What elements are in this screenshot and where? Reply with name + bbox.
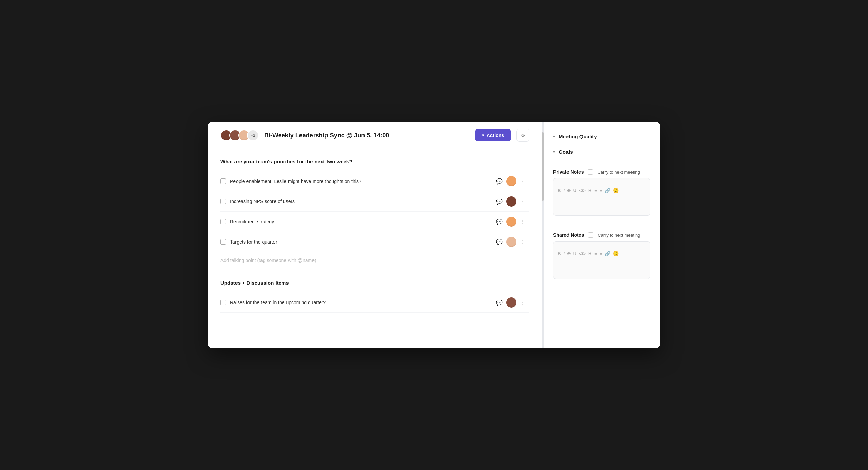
toolbar-link-1[interactable]: 🔗: [605, 188, 610, 193]
section-updates: Updates + Discussion Items Raises for th…: [220, 280, 529, 313]
agenda-item-1: People enablement. Leslie might have mor…: [220, 171, 529, 191]
item-text-2: Increasing NPS score of users: [230, 199, 492, 204]
toolbar-bold-2[interactable]: B: [558, 251, 561, 256]
comment-icon-1[interactable]: 💬: [496, 178, 503, 185]
goals-header[interactable]: ▾ Goals: [553, 146, 650, 158]
toolbar-strike-1[interactable]: S: [567, 188, 571, 193]
item-text-4: Targets for the quarter!: [230, 239, 492, 245]
section-priorities: What are your team's priorities for the …: [220, 159, 529, 269]
toolbar-emoji-2[interactable]: 🙂: [613, 251, 619, 256]
goals-chevron: ▾: [553, 150, 555, 154]
toolbar-list-2[interactable]: ≡: [594, 251, 597, 256]
main-content: +2 Bi-Weekly Leadership Sync @ Jun 5, 14…: [208, 122, 542, 348]
comment-icon-4[interactable]: 💬: [496, 239, 503, 245]
actions-button[interactable]: ▾ Actions: [475, 129, 511, 141]
gear-icon: ⚙: [521, 132, 525, 139]
section-1-title: What are your team's priorities for the …: [220, 159, 529, 164]
checkbox-5[interactable]: [220, 300, 226, 305]
item-actions-5: 💬 ⋮⋮: [496, 297, 529, 308]
agenda-item-4: Targets for the quarter! 💬 ⋮⋮: [220, 232, 529, 252]
toolbar-strike-2[interactable]: S: [567, 251, 571, 256]
toolbar-ordered-2[interactable]: ≡: [600, 251, 602, 256]
comment-icon-2[interactable]: 💬: [496, 198, 503, 205]
toolbar-italic-2[interactable]: I: [563, 251, 565, 256]
item-actions-4: 💬 ⋮⋮: [496, 237, 529, 247]
private-notes-section: Private Notes Carry to next meeting B I …: [553, 169, 650, 224]
toolbar-underline-1[interactable]: U: [573, 188, 576, 193]
item-actions-3: 💬 ⋮⋮: [496, 217, 529, 227]
drag-handle-5[interactable]: ⋮⋮: [520, 300, 529, 305]
agenda-item-2: Increasing NPS score of users 💬 ⋮⋮: [220, 191, 529, 212]
shared-notes-editor[interactable]: B I S U </> H ≡ ≡ 🔗 🙂: [553, 241, 650, 279]
item-text-5: Raises for the team in the upcoming quar…: [230, 300, 492, 305]
checkbox-1[interactable]: [220, 178, 226, 184]
toolbar-heading-2[interactable]: H: [588, 251, 591, 256]
shared-notes-toolbar: B I S U </> H ≡ ≡ 🔗 🙂: [558, 248, 646, 256]
item-text-3: Recruitment strategy: [230, 219, 492, 224]
shared-notes-label-row: Shared Notes Carry to next meeting: [553, 232, 650, 238]
private-notes-carry-label: Carry to next meeting: [597, 170, 640, 175]
drag-handle-1[interactable]: ⋮⋮: [520, 178, 529, 184]
item-avatar-5: [506, 297, 516, 308]
item-actions-1: 💬 ⋮⋮: [496, 176, 529, 186]
meeting-title: Bi-Weekly Leadership Sync @ Jun 5, 14:00: [264, 132, 470, 139]
toolbar-underline-2[interactable]: U: [573, 251, 576, 256]
drag-handle-2[interactable]: ⋮⋮: [520, 199, 529, 204]
scrollbar-divider: [542, 122, 544, 348]
meeting-quality-header[interactable]: ▾ Meeting Quality: [553, 130, 650, 143]
shared-notes-carry-checkbox[interactable]: [588, 232, 593, 238]
shared-notes-carry-label: Carry to next meeting: [598, 233, 640, 238]
item-avatar-4: [506, 237, 516, 247]
toolbar-list-1[interactable]: ≡: [594, 188, 597, 193]
checkbox-3[interactable]: [220, 219, 226, 224]
toolbar-heading-1[interactable]: H: [588, 188, 591, 193]
item-actions-2: 💬 ⋮⋮: [496, 196, 529, 207]
private-notes-carry-checkbox[interactable]: [588, 169, 593, 175]
toolbar-italic-1[interactable]: I: [563, 188, 565, 193]
actions-label: Actions: [487, 133, 504, 138]
chevron-down-icon: ▾: [482, 133, 484, 138]
private-notes-label: Private Notes: [553, 169, 584, 175]
header: +2 Bi-Weekly Leadership Sync @ Jun 5, 14…: [208, 122, 542, 149]
toolbar-code-2[interactable]: </>: [579, 251, 586, 256]
drag-handle-3[interactable]: ⋮⋮: [520, 219, 529, 224]
content-scroll: What are your team's priorities for the …: [208, 149, 542, 348]
avatars-group: +2: [220, 129, 259, 141]
item-avatar-3: [506, 217, 516, 227]
shared-notes-section: Shared Notes Carry to next meeting B I S…: [553, 232, 650, 287]
agenda-item-3: Recruitment strategy 💬 ⋮⋮: [220, 212, 529, 232]
app-window: +2 Bi-Weekly Leadership Sync @ Jun 5, 14…: [208, 122, 660, 348]
meeting-quality-section: ▾ Meeting Quality: [553, 130, 650, 143]
toolbar-link-2[interactable]: 🔗: [605, 251, 610, 256]
toolbar-ordered-1[interactable]: ≡: [600, 188, 602, 193]
settings-button[interactable]: ⚙: [516, 129, 529, 142]
goals-section: ▾ Goals: [553, 146, 650, 158]
item-avatar-1: [506, 176, 516, 186]
item-avatar-2: [506, 196, 516, 207]
toolbar-emoji-1[interactable]: 🙂: [613, 188, 619, 193]
comment-icon-5[interactable]: 💬: [496, 299, 503, 306]
meeting-quality-chevron: ▾: [553, 134, 555, 139]
toolbar-code-1[interactable]: </>: [579, 188, 586, 193]
comment-icon-3[interactable]: 💬: [496, 219, 503, 225]
goals-title: Goals: [559, 149, 573, 155]
agenda-item-5: Raises for the team in the upcoming quar…: [220, 293, 529, 313]
scrollbar-thumb[interactable]: [542, 132, 544, 201]
meeting-quality-title: Meeting Quality: [559, 134, 597, 139]
section-2-title: Updates + Discussion Items: [220, 280, 529, 286]
item-text-1: People enablement. Leslie might have mor…: [230, 178, 492, 184]
private-notes-toolbar: B I S U </> H ≡ ≡ 🔗 🙂: [558, 185, 646, 193]
checkbox-2[interactable]: [220, 199, 226, 204]
right-panel: ▾ Meeting Quality ▾ Goals Private Notes …: [544, 122, 660, 348]
private-notes-label-row: Private Notes Carry to next meeting: [553, 169, 650, 175]
add-item-input[interactable]: Add talking point (tag someone with @nam…: [220, 252, 529, 269]
drag-handle-4[interactable]: ⋮⋮: [520, 239, 529, 245]
private-notes-editor[interactable]: B I S U </> H ≡ ≡ 🔗 🙂: [553, 178, 650, 216]
toolbar-bold-1[interactable]: B: [558, 188, 561, 193]
checkbox-4[interactable]: [220, 239, 226, 245]
shared-notes-label: Shared Notes: [553, 232, 584, 238]
avatar-overflow-count: +2: [247, 129, 259, 141]
